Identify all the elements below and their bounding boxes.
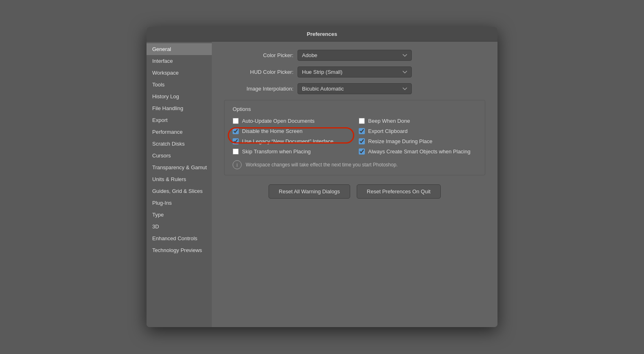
reset-preferences-button[interactable]: Reset Preferences On Quit — [357, 184, 441, 199]
sidebar-item-performance[interactable]: Performance — [147, 126, 212, 138]
checkbox-smart-objects: Always Create Smart Objects when Placing — [359, 148, 477, 155]
checkbox-auto-update: Auto-Update Open Documents — [233, 118, 351, 124]
sidebar-item-cursors[interactable]: Cursors — [147, 150, 212, 162]
checkbox-auto-update-input[interactable] — [233, 118, 239, 124]
hud-color-picker-select[interactable]: Hue Strip (Small)Hue Strip (Medium)Hue S… — [298, 66, 412, 77]
checkbox-disable-home-screen-label[interactable]: Disable the Home Screen — [242, 128, 302, 134]
color-picker-row: Color Picker: AdobeWindows — [224, 50, 485, 61]
checkbox-resize-image-label[interactable]: Resize Image During Place — [368, 138, 433, 144]
image-interpolation-label: Image Interpolation: — [224, 86, 293, 92]
window-title: Preferences — [307, 31, 337, 37]
checkbox-legacy-new-doc-label[interactable]: Use Legacy “New Document” Interface — [242, 138, 333, 144]
sidebar-item-tools[interactable]: Tools — [147, 79, 212, 91]
title-bar: Preferences — [147, 27, 497, 42]
image-interpolation-row: Image Interpolation: Bicubic AutomaticNe… — [224, 83, 485, 94]
sidebar-item-technology-previews[interactable]: Technology Previews — [147, 244, 212, 256]
checkbox-disable-home-screen: Disable the Home Screen — [233, 128, 351, 134]
checkbox-beep-when-done-input[interactable] — [359, 118, 365, 124]
sidebar-item-general[interactable]: General — [147, 43, 212, 55]
hud-color-picker-label: HUD Color Picker: — [224, 69, 293, 75]
checkbox-disable-home-screen-input[interactable] — [233, 128, 239, 134]
options-box: Options Auto-Update Open Documents Beep … — [224, 100, 485, 175]
checkbox-legacy-new-doc: Use Legacy “New Document” Interface — [233, 138, 351, 144]
sidebar: GeneralInterfaceWorkspaceToolsHistory Lo… — [147, 42, 212, 327]
content-area: GeneralInterfaceWorkspaceToolsHistory Lo… — [147, 42, 497, 327]
checkbox-beep-when-done-label[interactable]: Beep When Done — [368, 118, 410, 124]
sidebar-item-interface[interactable]: Interface — [147, 55, 212, 67]
sidebar-item-scratch-disks[interactable]: Scratch Disks — [147, 138, 212, 150]
info-icon: i — [233, 160, 242, 169]
checkbox-legacy-new-doc-input[interactable] — [233, 138, 239, 144]
checkbox-skip-transform-input[interactable] — [233, 148, 239, 155]
checkbox-smart-objects-label[interactable]: Always Create Smart Objects when Placing — [368, 148, 471, 155]
checkbox-auto-update-label[interactable]: Auto-Update Open Documents — [242, 118, 315, 124]
checkbox-skip-transform: Skip Transform when Placing — [233, 148, 351, 155]
options-grid: Auto-Update Open Documents Beep When Don… — [233, 118, 477, 155]
color-picker-label: Color Picker: — [224, 52, 293, 58]
sidebar-item-enhanced-controls[interactable]: Enhanced Controls — [147, 232, 212, 244]
preferences-window: Preferences GeneralInterfaceWorkspaceToo… — [147, 27, 497, 327]
sidebar-item-transparency-gamut[interactable]: Transparency & Gamut — [147, 162, 212, 173]
checkbox-resize-image-input[interactable] — [359, 138, 365, 144]
sidebar-item-units-rulers[interactable]: Units & Rulers — [147, 173, 212, 185]
checkbox-export-clipboard-label[interactable]: Export Clipboard — [368, 128, 408, 134]
sidebar-item-export[interactable]: Export — [147, 114, 212, 126]
sidebar-item-file-handling[interactable]: File Handling — [147, 102, 212, 114]
checkbox-export-clipboard: Export Clipboard — [359, 128, 477, 134]
hud-color-picker-row: HUD Color Picker: Hue Strip (Small)Hue S… — [224, 66, 485, 77]
checkbox-resize-image: Resize Image During Place — [359, 138, 477, 144]
checkbox-smart-objects-input[interactable] — [359, 148, 365, 155]
info-row: i Workspace changes will take effect the… — [233, 160, 477, 169]
checkbox-skip-transform-label[interactable]: Skip Transform when Placing — [242, 148, 311, 155]
buttons-row: Reset All Warning Dialogs Reset Preferen… — [224, 184, 485, 199]
image-interpolation-select[interactable]: Bicubic AutomaticNearest NeighborBilinea… — [298, 83, 412, 94]
sidebar-item-guides-grid-slices[interactable]: Guides, Grid & Slices — [147, 185, 212, 197]
sidebar-item-plug-ins[interactable]: Plug-Ins — [147, 197, 212, 209]
checkbox-beep-when-done: Beep When Done — [359, 118, 477, 124]
sidebar-item-type[interactable]: Type — [147, 209, 212, 221]
checkbox-export-clipboard-input[interactable] — [359, 128, 365, 134]
main-panel: Color Picker: AdobeWindows HUD Color Pic… — [212, 42, 497, 327]
options-title: Options — [233, 106, 477, 112]
reset-warnings-button[interactable]: Reset All Warning Dialogs — [269, 184, 350, 199]
sidebar-item-history-log[interactable]: History Log — [147, 91, 212, 102]
sidebar-item-workspace[interactable]: Workspace — [147, 67, 212, 79]
info-text: Workspace changes will take effect the n… — [246, 162, 398, 168]
sidebar-item-3d[interactable]: 3D — [147, 221, 212, 232]
color-picker-select[interactable]: AdobeWindows — [298, 50, 412, 61]
